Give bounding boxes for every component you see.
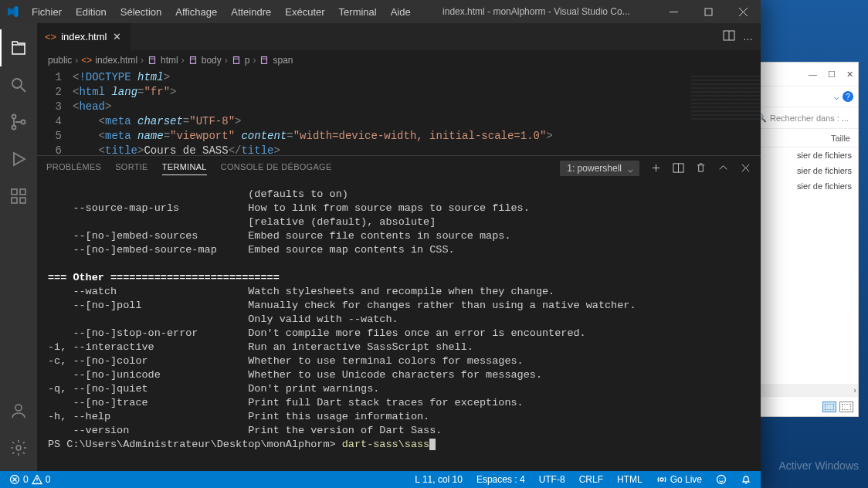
svg-rect-8 xyxy=(20,198,25,203)
split-editor-icon[interactable] xyxy=(723,29,735,44)
kill-terminal-icon[interactable] xyxy=(695,162,707,175)
status-language[interactable]: HTML xyxy=(614,471,646,488)
code-line[interactable]: 1<!DOCTYPE html> xyxy=(37,70,761,85)
status-ln-col[interactable]: L 11, col 10 xyxy=(412,471,466,488)
minimize-button[interactable] xyxy=(656,0,691,23)
vscode-logo-icon xyxy=(6,5,19,18)
help-icon[interactable]: ? xyxy=(843,91,853,102)
close-button[interactable] xyxy=(726,0,761,23)
status-spaces[interactable]: Espaces : 4 xyxy=(473,471,528,488)
split-terminal-icon[interactable] xyxy=(673,162,684,175)
terminal-cursor xyxy=(429,439,436,450)
source-control-icon[interactable] xyxy=(0,103,37,141)
menu-edition[interactable]: Edition xyxy=(70,3,112,21)
view-details-icon[interactable] xyxy=(822,402,836,412)
maximize-button[interactable] xyxy=(691,0,726,23)
bgwin-close-icon[interactable]: ✕ xyxy=(846,69,853,80)
svg-point-10 xyxy=(16,446,21,450)
code-line[interactable]: 2<html lang="fr"> xyxy=(37,85,761,100)
panel-close-icon[interactable] xyxy=(740,162,751,175)
window-title: index.html - monAlphorm - Visual Studio … xyxy=(416,6,656,17)
svg-rect-7 xyxy=(12,198,17,203)
svg-point-4 xyxy=(22,120,25,124)
breadcrumb[interactable]: public›<> index.html›html›body›p›span xyxy=(37,50,761,70)
extensions-icon[interactable] xyxy=(0,178,37,215)
menu-terminal[interactable]: Terminal xyxy=(334,3,382,21)
menu-fichier[interactable]: Fichier xyxy=(26,3,67,21)
menu-exécuter[interactable]: Exécuter xyxy=(280,3,330,21)
menu-aide[interactable]: Aide xyxy=(385,3,416,21)
code-line[interactable]: 3<head> xyxy=(37,100,761,114)
chevron-down-icon[interactable]: ⌵ xyxy=(834,92,839,102)
column-size[interactable]: Taille xyxy=(831,134,850,143)
tab-bar: <> index.html ✕ … xyxy=(37,23,761,50)
status-feedback-icon[interactable] xyxy=(713,471,730,488)
tab-label: index.html xyxy=(61,31,107,42)
breadcrumb-span[interactable]: span xyxy=(259,55,293,66)
file-row[interactable]: sier de fichiers xyxy=(751,147,858,163)
view-large-icon[interactable] xyxy=(839,402,853,412)
breadcrumb-body[interactable]: body xyxy=(188,55,222,66)
bgwin-minimize-icon[interactable]: — xyxy=(809,69,817,79)
terminal-output[interactable]: (defaults to on) --source-map-urls How t… xyxy=(37,181,761,471)
explorer-icon[interactable] xyxy=(0,29,37,66)
menu-atteindre[interactable]: Atteindre xyxy=(225,3,276,21)
panel-tab-terminal[interactable]: TERMINAL xyxy=(162,162,207,175)
panel-tab-debug[interactable]: CONSOLE DE DÉBOGAGE xyxy=(221,162,332,175)
watermark-line1: Activer Windows xyxy=(779,459,859,473)
status-eol[interactable]: CRLF xyxy=(576,471,606,488)
run-debug-icon[interactable] xyxy=(0,141,37,178)
status-golive[interactable]: Go Live xyxy=(653,471,705,488)
svg-point-9 xyxy=(15,405,22,411)
more-actions-icon[interactable]: … xyxy=(743,31,753,42)
svg-point-14 xyxy=(660,478,663,481)
file-row[interactable]: sier de fichiers xyxy=(751,178,858,194)
breadcrumb-p[interactable]: p xyxy=(231,55,250,66)
breadcrumb-public[interactable]: public xyxy=(48,55,72,66)
terminal-selector[interactable]: 1: powershell xyxy=(560,161,639,176)
svg-point-3 xyxy=(12,126,16,130)
account-icon[interactable] xyxy=(0,392,37,429)
status-bar: 0 0 L 11, col 10 Espaces : 4 UTF-8 CRLF … xyxy=(0,471,761,488)
horizontal-scrollbar[interactable]: › xyxy=(751,384,858,396)
panel-tab-output[interactable]: SORTIE xyxy=(115,162,148,175)
breadcrumb-index.html[interactable]: <> index.html xyxy=(81,55,137,66)
breadcrumb-html[interactable]: html xyxy=(147,55,178,66)
search-placeholder[interactable]: Rechercher dans : ... xyxy=(770,114,849,123)
new-terminal-icon[interactable] xyxy=(650,162,662,175)
panel-maximize-icon[interactable] xyxy=(717,162,729,175)
svg-rect-0 xyxy=(705,8,712,15)
background-explorer-window: — ☐ ✕ ⌵ ? 🔍 Rechercher dans : ... Taille… xyxy=(751,62,859,417)
svg-rect-5 xyxy=(12,189,17,195)
code-line[interactable]: 6 <title>Cours de SASS</title> xyxy=(37,144,761,155)
svg-point-2 xyxy=(12,115,16,119)
vscode-window: FichierEditionSélectionAffichageAtteindr… xyxy=(0,0,761,488)
search-icon[interactable] xyxy=(0,66,37,103)
svg-point-15 xyxy=(717,476,726,484)
panel: PROBLÈMES SORTIE TERMINAL CONSOLE DE DÉB… xyxy=(37,155,761,471)
status-encoding[interactable]: UTF-8 xyxy=(536,471,568,488)
editor[interactable]: 1<!DOCTYPE html>2<html lang="fr">3<head>… xyxy=(37,70,761,155)
minimap[interactable] xyxy=(691,73,761,120)
status-bell-icon[interactable] xyxy=(737,471,754,488)
code-line[interactable]: 5 <meta name="viewport" content="width=d… xyxy=(37,129,761,144)
status-errors[interactable]: 0 0 xyxy=(6,471,53,488)
tab-index-html[interactable]: <> index.html ✕ xyxy=(37,23,131,50)
html-file-icon: <> xyxy=(45,31,56,42)
svg-rect-6 xyxy=(20,189,25,195)
menu-sélection[interactable]: Sélection xyxy=(115,3,167,21)
bgwin-maximize-icon[interactable]: ☐ xyxy=(828,69,836,80)
panel-tab-problems[interactable]: PROBLÈMES xyxy=(46,162,101,175)
close-tab-icon[interactable]: ✕ xyxy=(111,29,123,44)
svg-point-1 xyxy=(12,79,22,88)
activity-bar xyxy=(0,23,37,471)
code-line[interactable]: 4 <meta charset="UTF-8"> xyxy=(37,114,761,129)
settings-gear-icon[interactable] xyxy=(0,429,37,466)
menu-affichage[interactable]: Affichage xyxy=(170,3,222,21)
file-row[interactable]: sier de fichiers xyxy=(751,163,858,178)
titlebar: FichierEditionSélectionAffichageAtteindr… xyxy=(0,0,761,23)
